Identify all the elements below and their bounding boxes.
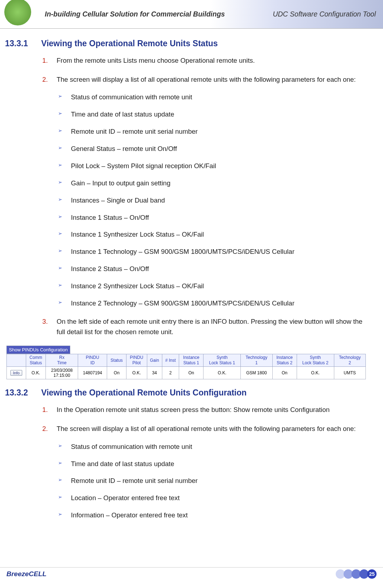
th: CommStatus — [26, 354, 46, 367]
th: PINDUPilot — [126, 354, 147, 367]
step-number: 1. — [42, 56, 48, 66]
sub-item: Instance 2 Status – On/Off — [57, 264, 372, 274]
th-blank — [7, 354, 26, 367]
step-number: 3. — [42, 317, 48, 327]
page-number: 25 — [367, 569, 377, 579]
th: Status — [107, 354, 126, 367]
th: SynthLock Status 1 — [204, 354, 241, 367]
sub-list: Status of communication with remote unit… — [57, 442, 372, 520]
section-title: Viewing the Operational Remote Units Sta… — [41, 39, 218, 48]
table-row: Info O.K. 23/03/200817:15:00 14807194 On… — [7, 367, 366, 379]
pindu-table: CommStatus RxTime PINDUID Status PINDUPi… — [6, 354, 366, 379]
th: Technology2 — [334, 354, 365, 367]
table-header-row: CommStatus RxTime PINDUID Status PINDUPi… — [7, 354, 366, 367]
sub-item: Status of communication with remote unit — [57, 93, 372, 102]
th: # Inst — [162, 354, 179, 367]
section-title: Viewing the Operational Remote Units Con… — [41, 388, 246, 398]
sub-item: General Status – remote unit On/Off — [57, 144, 372, 153]
section-heading: 13.3.1 Viewing the Operational Remote Un… — [0, 39, 372, 48]
step-number: 2. — [42, 75, 48, 85]
section-number: 13.3.2 — [0, 388, 41, 398]
step-text: The screen will display a list of all op… — [57, 76, 356, 83]
th: PINDUID — [78, 354, 107, 367]
td: UMTS — [334, 367, 365, 379]
td: O.K. — [26, 367, 46, 379]
td: GSM 1800 — [241, 367, 272, 379]
td: 14807194 — [78, 367, 107, 379]
header-title-left: In-building Cellular Solution for Commer… — [45, 10, 225, 18]
sub-item: Instance 1 Synthesizer Lock Status – OK/… — [57, 230, 372, 239]
page-footer: BreezeCELL 25 — [0, 567, 383, 580]
sub-item: Information – Operator entered free text — [57, 511, 372, 520]
info-button[interactable]: Info — [10, 370, 22, 376]
step-text: On the left side of each remote unit ent… — [57, 318, 363, 336]
footer-brand: BreezeCELL — [6, 570, 47, 578]
step-item: 1. In the Operation remote unit status s… — [42, 405, 372, 415]
th: InstanceStatus 1 — [179, 354, 204, 367]
step-item: 1. From the remote units Lists menu choo… — [42, 56, 372, 66]
step-text: In the Operation remote unit status scre… — [57, 406, 330, 413]
sub-item: Instance 1 Technology – GSM 900/GSM 1800… — [57, 247, 372, 256]
sub-item: Instance 2 Synthesizer Lock Status – OK/… — [57, 281, 372, 291]
sub-item: Time and date of last status update — [57, 110, 372, 119]
step-text: From the remote units Lists menu choose … — [57, 57, 255, 64]
table-caption: Show PINDUs Configuration — [6, 346, 70, 354]
section-number: 13.3.1 — [0, 39, 41, 48]
sub-item: Location – Operator entered free text — [57, 493, 372, 503]
section-heading: 13.3.2 Viewing the Operational Remote Un… — [0, 388, 372, 398]
step-item: 2. The screen will display a list of all… — [42, 75, 372, 308]
td: 2 — [162, 367, 179, 379]
th: RxTime — [46, 354, 78, 367]
step-item: 2. The screen will display a list of all… — [42, 424, 372, 520]
page-header: In-building Cellular Solution for Commer… — [0, 0, 383, 29]
step-text: The screen will display a list of all op… — [57, 425, 356, 432]
sub-item: Remote unit ID – remote unit serial numb… — [57, 127, 372, 136]
td: On — [107, 367, 126, 379]
section1-steps: 1. From the remote units Lists menu choo… — [42, 56, 372, 337]
sub-item: Gain – Input to output gain setting — [57, 179, 372, 188]
th: InstanceStatus 2 — [272, 354, 297, 367]
config-table-screenshot: Show PINDUs Configuration CommStatus RxT… — [6, 346, 366, 379]
section2-steps: 1. In the Operation remote unit status s… — [42, 405, 372, 520]
step-number: 1. — [42, 405, 48, 415]
td: On — [272, 367, 297, 379]
footer-dots: 25 — [337, 569, 377, 579]
sub-item: Pilot Lock – System Pilot signal recepti… — [57, 161, 372, 171]
sub-item: Instances – Single or Dual band — [57, 196, 372, 205]
sub-item: Instance 1 Status – On/Off — [57, 213, 372, 222]
step-number: 2. — [42, 424, 48, 434]
td: O.K. — [126, 367, 147, 379]
header-title-right: UDC Software Configuration Tool — [273, 10, 376, 18]
step-item: 3. On the left side of each remote unit … — [42, 317, 372, 337]
td: On — [179, 367, 204, 379]
sub-item: Status of communication with remote unit — [57, 442, 372, 451]
th: Gain — [147, 354, 162, 367]
td: 23/03/200817:15:00 — [46, 367, 78, 379]
td: O.K. — [204, 367, 241, 379]
th: SynthLock Status 2 — [297, 354, 334, 367]
sub-item: Instance 2 Technology – GSM 900/GSM 1800… — [57, 299, 372, 308]
td: 34 — [147, 367, 162, 379]
sub-list: Status of communication with remote unit… — [57, 93, 372, 308]
th: Technology1 — [241, 354, 272, 367]
brand-logo — [4, 0, 31, 25]
sub-item: Time and date of last status update — [57, 459, 372, 469]
sub-item: Remote unit ID – remote unit serial numb… — [57, 476, 372, 485]
td: O.K. — [297, 367, 334, 379]
